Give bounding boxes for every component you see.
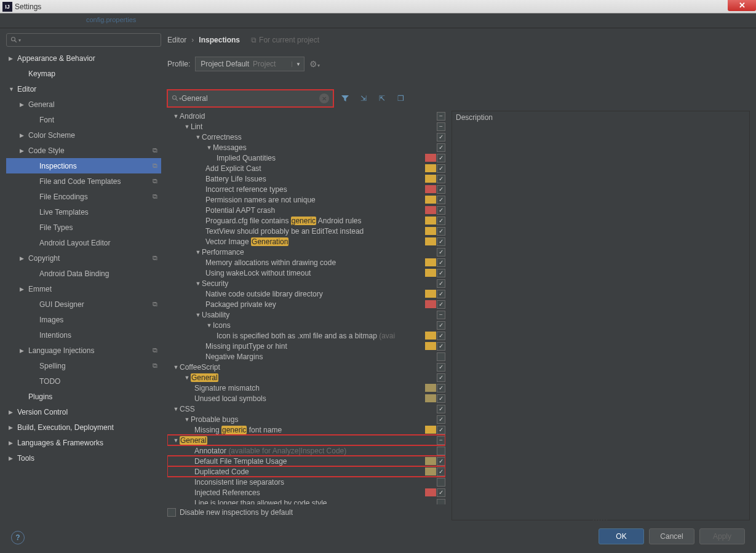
inspection-row[interactable]: Memory allocations within drawing code [167,257,445,268]
checkbox[interactable] [437,457,445,466]
checkbox[interactable] [437,279,445,288]
inspection-row[interactable]: ▼Usability [167,309,445,320]
checkbox[interactable] [437,143,445,152]
inspection-row[interactable]: ▼CSS [167,404,445,414]
checkbox[interactable] [437,122,445,131]
sidebar-item[interactable]: File Encodings⧉ [6,189,161,204]
checkbox[interactable] [437,311,445,319]
inspection-row[interactable]: Default File Template Usage [167,456,445,466]
checkbox[interactable] [437,237,445,246]
inspection-row[interactable]: Negative Margins [167,351,445,362]
sidebar-item[interactable]: ▶Version Control [6,404,161,420]
inspection-row[interactable]: ▼Icons [167,320,445,330]
checkbox[interactable] [437,206,445,215]
inspection-row[interactable]: Signature mismatch [167,383,445,393]
inspection-row[interactable]: Vector Image Generation [167,236,445,247]
sidebar-item[interactable]: Android Layout Editor [6,235,161,250]
chevron-down-icon[interactable]: ▼ [292,62,304,67]
checkbox[interactable] [437,154,445,162]
checkbox[interactable] [437,175,445,183]
sidebar-item[interactable]: GUI Designer⧉ [6,296,161,312]
inspection-row[interactable]: ▼Probable bugs [167,414,445,424]
disable-new-inspections[interactable]: Disable new inspections by default [167,504,445,520]
sidebar-item[interactable]: ▶Language Injections⧉ [6,343,161,358]
sidebar-item[interactable]: ▶Appearance & Behavior [6,50,161,66]
inspection-row[interactable]: ▼CoffeeScript [167,362,445,372]
sidebar-item[interactable]: Keymap [6,66,161,81]
checkbox[interactable] [437,405,445,413]
checkbox[interactable] [437,447,445,455]
sidebar-item[interactable]: ▶Build, Execution, Deployment [6,420,161,435]
breadcrumb-root[interactable]: Editor [167,36,186,44]
sidebar-item[interactable]: File Types [6,220,161,235]
sidebar-item[interactable]: Font [6,112,161,127]
inspection-row[interactable]: Add Explicit Cast [167,163,445,173]
sidebar-item[interactable]: File and Code Templates⧉ [6,173,161,189]
inspection-row[interactable]: Unused local symbols [167,393,445,404]
checkbox[interactable] [437,290,445,298]
inspection-row[interactable]: ▼Performance [167,247,445,257]
inspection-row[interactable]: Icon is specified both as .xml file and … [167,330,445,341]
checkbox[interactable] [437,415,445,424]
inspection-row[interactable]: Missing inputType or hint [167,341,445,351]
sidebar-item[interactable]: Spelling⧉ [6,358,161,373]
checkbox[interactable] [437,258,445,267]
inspection-row[interactable]: Line is longer than allowed by code styl… [167,498,445,504]
inspection-row[interactable]: Permission names are not unique [167,194,445,205]
checkbox[interactable] [437,196,445,204]
cancel-button[interactable]: Cancel [649,528,694,544]
tab-inactive[interactable]: config.properties [80,14,142,28]
inspection-row[interactable]: Proguard.cfg file contains generic Andro… [167,215,445,226]
inspection-row[interactable]: Injected References [167,487,445,498]
checkbox[interactable] [437,394,445,403]
checkbox[interactable] [437,133,445,141]
inspection-row[interactable]: TextView should probably be an EditText … [167,226,445,236]
inspection-row[interactable]: Implied Quantities [167,153,445,163]
checkbox[interactable] [437,248,445,257]
inspection-tree[interactable]: ▼Android▼Lint▼Correctness▼MessagesImplie… [167,111,445,520]
inspection-row[interactable]: Annotator (available for Analyze|Inspect… [167,445,445,456]
checkbox[interactable] [437,352,445,361]
clear-icon[interactable]: ✕ [319,93,329,103]
inspection-row[interactable]: ▼Android [167,111,445,121]
checkbox[interactable] [437,300,445,309]
inspection-row[interactable]: Duplicated Code [167,466,445,477]
checkbox[interactable] [437,217,445,225]
sidebar-item[interactable]: Inspections⧉ [6,158,161,173]
inspection-search-input[interactable] [181,94,319,103]
checkbox[interactable] [437,478,445,487]
inspection-row[interactable]: Using wakeLock without timeout [167,268,445,278]
gear-icon[interactable]: ⚙▾ [309,59,320,69]
inspection-row[interactable]: Native code outside library directory [167,288,445,299]
profile-select[interactable]: Project Default Project ▼ [195,57,304,71]
inspection-row[interactable]: Potential AAPT crash [167,205,445,215]
sidebar-item[interactable]: ▶Color Scheme [6,127,161,143]
sidebar-item[interactable]: ▶Code Style⧉ [6,143,161,158]
sidebar-item[interactable]: Intentions [6,327,161,343]
inspection-row[interactable]: Packaged private key [167,299,445,309]
sidebar-item[interactable]: ▶Copyright⧉ [6,250,161,266]
checkbox[interactable] [437,467,445,476]
sidebar-item[interactable]: Images [6,312,161,327]
inspection-row[interactable]: ▼Security [167,278,445,288]
checkbox[interactable] [437,373,445,382]
resize-handle[interactable]: ...... [452,516,749,520]
close-button[interactable]: ✕ [728,0,756,11]
ok-button[interactable]: OK [599,528,644,544]
inspection-row[interactable]: ▼Messages [167,142,445,153]
checkbox[interactable] [437,384,445,392]
sidebar-item[interactable]: Plugins [6,389,161,404]
checkbox[interactable] [437,321,445,330]
checkbox[interactable] [437,185,445,194]
sidebar-item[interactable]: ▶Tools [6,450,161,466]
sidebar-item[interactable]: ▼Editor [6,81,161,97]
inspection-row[interactable]: ▼Lint [167,121,445,132]
inspection-row[interactable]: ▼General [167,435,445,445]
sidebar-item[interactable]: ▶Languages & Frameworks [6,435,161,450]
checkbox[interactable] [437,227,445,236]
checkbox[interactable] [437,488,445,497]
checkbox[interactable] [437,342,445,351]
expand-all-icon[interactable]: ⇲ [357,92,370,105]
inspection-row[interactable]: ▼General [167,372,445,383]
sidebar-search[interactable]: ▾ [6,33,161,47]
